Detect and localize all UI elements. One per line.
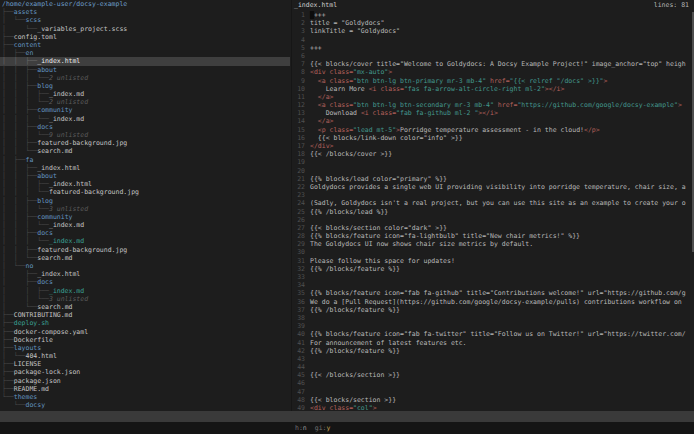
code-line: 19 xyxy=(292,158,694,166)
code-segment: We do a [Pull Request](https://github.co… xyxy=(310,298,686,306)
code-line: 27{{< blocks/section color="dark" >}} xyxy=(292,224,694,232)
tree-row[interactable]: │ │ ├──blog xyxy=(0,197,290,205)
tree-row[interactable]: │ └──scss xyxy=(0,16,290,24)
tree-branch-lines: │ ├── xyxy=(2,278,37,286)
tree-row[interactable]: │ │ │ └──_index.md xyxy=(0,237,290,245)
preview-file-title: _index.html xyxy=(294,1,337,11)
tree-row[interactable]: │ ├──fa xyxy=(0,156,290,164)
code-line: 38 xyxy=(292,314,694,322)
tree-row[interactable]: │ │ ├──blog xyxy=(0,82,290,90)
code-segment: {{< blocks/section color="dark" >}} xyxy=(310,224,447,232)
code-line-text: {{< blocks/cover title="Welcome to Goldy… xyxy=(310,60,686,68)
tree-entry-name: community xyxy=(37,213,72,221)
broot-terminal-app: /home/example-user/docsy-example ├──asse… xyxy=(0,0,694,434)
tree-row[interactable]: │ └──_variables_project.scss xyxy=(0,25,290,33)
code-segment: For announcement of latest features etc. xyxy=(310,339,467,347)
code-line: 18{{< /blocks/cover >}} xyxy=(292,150,694,158)
tree-row[interactable]: │ │ │ └──9 unlisted xyxy=(0,131,290,139)
mode-flag[interactable]: gi:y xyxy=(315,424,331,432)
tree-row[interactable]: │ │ ├──community xyxy=(0,213,290,221)
code-line: 42{{% /blocks/feature %}} xyxy=(292,347,694,355)
tree-row[interactable]: │ │ └──search.md xyxy=(0,254,290,262)
tree-entry-name: docsy xyxy=(25,401,45,409)
file-tree: ├──assets│ └──scss│ └──_variables_projec… xyxy=(0,8,290,409)
tree-branch-lines: ├── xyxy=(2,8,14,16)
tree-entry-name: README.md xyxy=(14,385,49,393)
code-line-text: {{% blocks/feature icon="fab fa-github" … xyxy=(310,289,686,297)
tree-row[interactable]: ├──assets xyxy=(0,8,290,16)
tree-row[interactable]: │ │ ├──_index.html xyxy=(0,57,290,65)
line-number: 14 xyxy=(292,117,305,125)
tree-row[interactable]: │ │ ├──about xyxy=(0,66,290,74)
tree-row[interactable]: │ ├──docs xyxy=(0,278,290,286)
code-segment: > xyxy=(604,77,608,85)
tree-root-path[interactable]: /home/example-user/docsy-example xyxy=(0,0,290,8)
code-segment: {{% /blocks/feature %}} xyxy=(310,347,400,355)
tree-row[interactable]: │ │ ├──about xyxy=(0,172,290,180)
tree-row[interactable]: │ │ ├──docs xyxy=(0,123,290,131)
tree-row[interactable]: ├──docker-compose.yaml xyxy=(0,328,290,336)
line-number: 27 xyxy=(292,224,305,232)
code-segment: "fas fa-arrow-alt-circle-right ml-2" xyxy=(404,85,545,93)
tree-entry-name: 2 unlisted xyxy=(49,74,88,82)
code-line: 3linkTitle = "Goldydocs" xyxy=(292,27,694,35)
tree-entry-name: community xyxy=(37,106,72,114)
line-number: 40 xyxy=(292,330,305,338)
tree-row[interactable]: └──themes xyxy=(0,393,290,401)
tree-row[interactable]: ├──layouts xyxy=(0,344,290,352)
tree-row[interactable]: │ └──404.html xyxy=(0,352,290,360)
line-number: 30 xyxy=(292,248,305,256)
tree-row[interactable]: ├──README.md xyxy=(0,385,290,393)
code-line: 6 xyxy=(292,52,694,60)
tree-row[interactable]: │ │ ├──community xyxy=(0,106,290,114)
tree-branch-lines: ├── xyxy=(2,319,14,327)
code-line-text: {{% /blocks/feature %}} xyxy=(310,347,400,355)
line-number: 20 xyxy=(292,167,305,175)
mode-flag[interactable]: h:n xyxy=(295,424,307,432)
code-line-text: <div class="mx-auto"> xyxy=(310,68,392,76)
code-line: 21{{% blocks/lead color="primary" %}} xyxy=(292,175,694,183)
code-segment: {{% /blocks/lead %}} xyxy=(310,208,388,216)
code-line: 2title = "Goldydocs" xyxy=(292,19,694,27)
line-number: 48 xyxy=(292,396,305,404)
code-line: 40{{% blocks/feature icon="fab fa-twitte… xyxy=(292,330,694,338)
line-number: 3 xyxy=(292,27,305,35)
tree-row[interactable]: │ │ └──3 unlisted xyxy=(0,295,290,303)
code-segment: > xyxy=(388,68,392,76)
tree-entry-name: search.md xyxy=(37,147,72,155)
line-number: 41 xyxy=(292,339,305,347)
code-line: 46 xyxy=(292,379,694,387)
tree-branch-lines: │ │ ├── xyxy=(2,106,37,114)
tree-row[interactable]: │ │ └──search.md xyxy=(0,147,290,155)
command-input-line[interactable]: :e h:ngi:y xyxy=(0,422,694,434)
tree-row[interactable]: │ │ │ └──3 unlisted xyxy=(0,205,290,213)
tree-row[interactable]: │ │ ├──_index.html xyxy=(0,164,290,172)
mode-flags: h:ngi:y xyxy=(295,422,338,434)
tree-row[interactable]: ├──config.toml xyxy=(0,33,290,41)
code-line: 14 </a> xyxy=(292,117,694,125)
tree-row[interactable]: │ │ │ └──featured-background.jpg xyxy=(0,188,290,196)
tree-entry-name: blog xyxy=(37,82,53,90)
tree-row[interactable]: │ └──search.md xyxy=(0,303,290,311)
code-line-text: </div> xyxy=(310,142,333,150)
tree-row[interactable]: ├──package.json xyxy=(0,377,290,385)
tree-row[interactable]: │ │ ├──_index.md xyxy=(0,287,290,295)
code-line: 1█+++ xyxy=(292,11,694,19)
tree-row[interactable]: │ │ ├──featured-background.jpg xyxy=(0,246,290,254)
tree-row[interactable]: │ └──no xyxy=(0,262,290,270)
tree-branch-lines: │ │ ├── xyxy=(2,57,37,65)
tree-row[interactable]: ├──Dockerfile xyxy=(0,336,290,344)
code-segment: Learn More xyxy=(310,85,369,93)
code-segment: {{< blocks/section >}} xyxy=(310,396,396,404)
tree-row[interactable]: │ │ │ └──_index.md xyxy=(0,115,290,123)
tree-entry-name: blog xyxy=(37,197,53,205)
tree-row[interactable]: ├──deploy.sh xyxy=(0,319,290,327)
tree-row[interactable]: ├──content xyxy=(0,41,290,49)
tree-entry-name: config.toml xyxy=(14,33,57,41)
tree-row[interactable]: │ │ │ └──2 unlisted xyxy=(0,74,290,82)
line-number: 29 xyxy=(292,240,305,248)
tree-row[interactable]: └──docsy xyxy=(0,401,290,409)
line-number: 7 xyxy=(292,60,305,68)
line-number: 2 xyxy=(292,19,305,27)
tree-row[interactable]: ├──package-lock.json xyxy=(0,368,290,376)
